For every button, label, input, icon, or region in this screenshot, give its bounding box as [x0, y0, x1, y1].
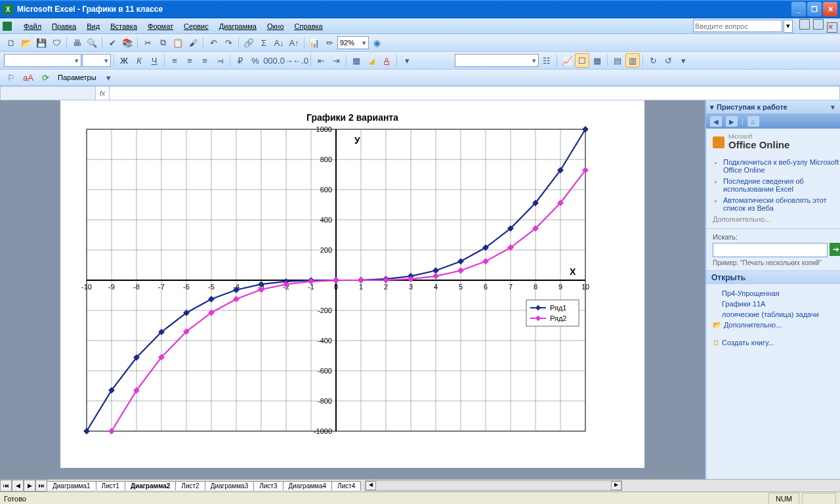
- by-row-icon[interactable]: ▤: [610, 53, 625, 68]
- zoom-combo[interactable]: 92%▾: [337, 36, 369, 49]
- menu-file[interactable]: Файл: [18, 20, 47, 32]
- ask-question-input[interactable]: [693, 20, 782, 32]
- save-icon[interactable]: 💾: [34, 35, 49, 50]
- decrease-decimal-icon[interactable]: ←.0: [293, 53, 308, 68]
- percent-icon[interactable]: %: [248, 53, 262, 68]
- fx-icon[interactable]: fx: [96, 87, 110, 100]
- search-go-button[interactable]: ➔: [830, 243, 840, 256]
- flag-icon[interactable]: ⚐: [4, 70, 18, 85]
- hyperlink-icon[interactable]: 🔗: [242, 35, 256, 50]
- merge-center-icon[interactable]: ⫤: [213, 53, 227, 68]
- sort-desc-icon[interactable]: A↑: [287, 35, 301, 50]
- menu-format[interactable]: Формат: [142, 20, 178, 32]
- refresh-icon[interactable]: ⟳: [38, 70, 52, 85]
- sort-asc-icon[interactable]: A↓: [272, 35, 286, 50]
- autosum-icon[interactable]: Σ: [257, 35, 271, 50]
- link-connect-online[interactable]: Подключиться к веб-узлу Microsoft Office…: [723, 158, 840, 174]
- sheet-tab[interactable]: Лист4: [331, 481, 361, 490]
- copy-icon[interactable]: ⧉: [156, 35, 170, 50]
- taskpane-menu-icon[interactable]: ▾: [710, 103, 714, 112]
- increase-indent-icon[interactable]: ⇥: [329, 53, 343, 68]
- undo-icon[interactable]: ↶: [206, 35, 220, 50]
- italic-icon[interactable]: К: [132, 53, 146, 68]
- doc-close-button[interactable]: ✕: [827, 22, 837, 33]
- drawing-icon[interactable]: ✏: [322, 35, 337, 50]
- paste-icon[interactable]: 📋: [171, 35, 185, 50]
- sheet-tab[interactable]: Диаграмма2: [125, 481, 176, 490]
- font-name-combo[interactable]: ▾: [4, 54, 81, 67]
- menu-window[interactable]: Окно: [262, 20, 289, 32]
- align-right-icon[interactable]: ≡: [198, 53, 212, 68]
- menu-view[interactable]: Вид: [81, 20, 105, 32]
- bold-icon[interactable]: Ж: [117, 53, 131, 68]
- nav-back-icon[interactable]: ◀: [710, 116, 722, 127]
- search-input[interactable]: [713, 243, 828, 257]
- comma-icon[interactable]: 000: [263, 53, 278, 68]
- angle-cw-icon[interactable]: ↻: [646, 53, 660, 68]
- spelling-icon[interactable]: ✔: [105, 35, 119, 50]
- sheet-tab[interactable]: Диаграмма3: [205, 481, 255, 490]
- font-size-combo[interactable]: ▾: [82, 54, 111, 67]
- link-latest-news[interactable]: Последние сведения об использовании Exce…: [723, 177, 840, 193]
- redo-icon[interactable]: ↷: [221, 35, 236, 50]
- tab-nav-first-icon[interactable]: ⏮: [0, 480, 12, 492]
- increase-decimal-icon[interactable]: .0→: [278, 53, 293, 68]
- parameters-dropdown-icon[interactable]: ▾: [102, 70, 116, 85]
- link-more[interactable]: Дополнительно...: [713, 215, 840, 223]
- font-format-icon[interactable]: аА: [21, 70, 35, 85]
- menu-insert[interactable]: Вставка: [105, 20, 142, 32]
- chart-element-combo[interactable]: ▾: [455, 54, 539, 67]
- toolbar-options-icon[interactable]: ▾: [400, 53, 414, 68]
- align-left-icon[interactable]: ≡: [167, 53, 182, 68]
- doc-restore-button[interactable]: [813, 19, 824, 30]
- menu-edit[interactable]: Правка: [47, 20, 81, 32]
- sheet-tab[interactable]: Лист1: [96, 481, 125, 490]
- tab-nav-next-icon[interactable]: ▶: [24, 480, 35, 492]
- sheet-tab[interactable]: Лист3: [253, 481, 283, 490]
- nav-home-icon[interactable]: ⌂: [747, 116, 759, 127]
- format-painter-icon[interactable]: 🖌: [186, 35, 200, 50]
- underline-icon[interactable]: Ч: [147, 53, 161, 68]
- menu-help[interactable]: Справка: [289, 20, 328, 32]
- help-icon[interactable]: ◉: [369, 35, 384, 50]
- app-icon[interactable]: [3, 22, 12, 31]
- align-center-icon[interactable]: ≡: [182, 53, 197, 68]
- minimize-button[interactable]: _: [791, 2, 806, 16]
- angle-ccw-icon[interactable]: ↺: [661, 53, 675, 68]
- chart-wizard-icon[interactable]: 📊: [307, 35, 322, 50]
- sheet-tab[interactable]: Диаграмма1: [47, 481, 96, 490]
- open-more[interactable]: 📂Дополнительно...: [713, 320, 840, 331]
- sheet-tab[interactable]: Лист2: [175, 481, 205, 490]
- decrease-indent-icon[interactable]: ⇤: [314, 53, 328, 68]
- print-icon[interactable]: 🖶: [70, 35, 84, 50]
- chart-page[interactable]: Графики 2 варианта -10-9-8-7-6-5-4-3-2-1…: [60, 100, 644, 468]
- by-column-icon[interactable]: ▥: [625, 53, 640, 68]
- tab-nav-last-icon[interactable]: ⏭: [35, 480, 47, 492]
- chart-type-icon[interactable]: 📈: [560, 53, 574, 68]
- data-table-icon[interactable]: ▦: [590, 53, 604, 68]
- sheet-tab[interactable]: Диаграмма4: [283, 481, 333, 490]
- menu-chart[interactable]: Диаграмма: [214, 20, 262, 32]
- borders-icon[interactable]: ▦: [349, 53, 364, 68]
- fill-color-icon[interactable]: ◢: [364, 53, 379, 68]
- parameters-label[interactable]: Параметры: [55, 73, 99, 82]
- tab-nav-prev-icon[interactable]: ◀: [12, 480, 24, 492]
- chart-sheet-area[interactable]: Графики 2 варианта -10-9-8-7-6-5-4-3-2-1…: [0, 100, 705, 479]
- create-workbook[interactable]: 🗋Создать книгу...: [713, 337, 840, 348]
- name-box[interactable]: [1, 87, 96, 100]
- recent-file-0[interactable]: Пр4-Упрощенная: [713, 288, 840, 299]
- link-auto-update[interactable]: Автоматически обновлять этот список из В…: [723, 196, 840, 212]
- research-icon[interactable]: 📚: [120, 35, 135, 50]
- new-icon[interactable]: 🗋: [4, 35, 18, 50]
- scroll-right-icon[interactable]: ▶: [611, 481, 621, 490]
- horizontal-scrollbar[interactable]: ◀ ▶: [365, 480, 622, 491]
- currency-icon[interactable]: ₽: [233, 53, 247, 68]
- legend-icon[interactable]: ☐: [575, 53, 589, 68]
- print-preview-icon[interactable]: 🔍: [85, 35, 99, 50]
- menu-tools[interactable]: Сервис: [178, 20, 214, 32]
- permission-icon[interactable]: 🛡: [49, 35, 64, 50]
- font-color-icon[interactable]: А: [379, 53, 394, 68]
- taskpane-dropdown-icon[interactable]: ▼: [830, 104, 836, 111]
- recent-file-2[interactable]: логические (таблица) задачи: [713, 309, 840, 320]
- open-icon[interactable]: 📂: [19, 35, 33, 50]
